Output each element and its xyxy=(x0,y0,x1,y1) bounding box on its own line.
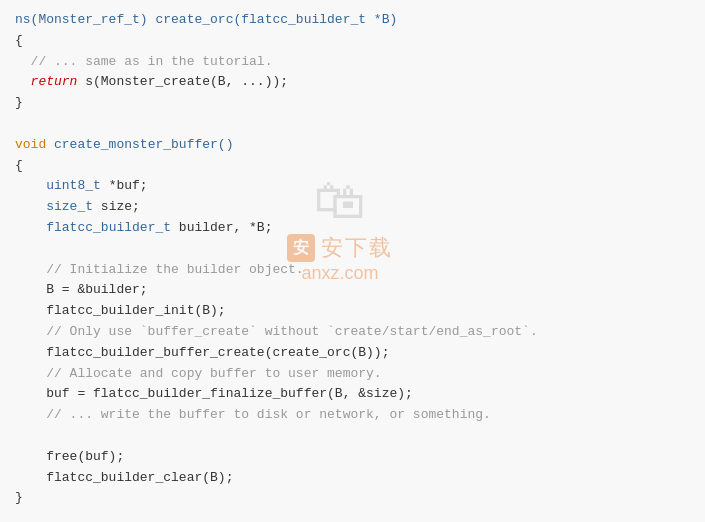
code-text: // ... same as in the tutorial. xyxy=(15,54,272,69)
code-text: flatcc_builder_init(B); xyxy=(15,303,226,318)
code-text: } xyxy=(15,490,23,505)
code-line-13: // Initialize the builder object. xyxy=(15,260,690,281)
code-text: free(buf); xyxy=(15,449,124,464)
code-line-18: // Allocate and copy buffer to user memo… xyxy=(15,364,690,385)
code-text: ns(Monster_ref_t) create_orc(flatcc_buil… xyxy=(15,12,397,27)
code-text: flatcc_builder_t xyxy=(46,220,171,235)
code-text: size; xyxy=(93,199,140,214)
code-text: // Allocate and copy buffer to user memo… xyxy=(15,366,382,381)
code-text: buf = flatcc_builder_finalize_buffer(B, … xyxy=(15,386,413,401)
code-line-6 xyxy=(15,114,690,135)
code-text: builder, *B; xyxy=(171,220,272,235)
code-text: create_monster_buffer() xyxy=(54,137,233,152)
code-text: B = &builder; xyxy=(15,282,148,297)
code-text: flatcc_builder_clear(B); xyxy=(15,470,233,485)
code-line-10: size_t size; xyxy=(15,197,690,218)
code-text: { xyxy=(15,158,23,173)
code-line-8: { xyxy=(15,156,690,177)
code-text: flatcc_builder_buffer_create(create_orc(… xyxy=(15,345,389,360)
code-text xyxy=(15,199,46,214)
code-text: s(Monster_create(B, ...)); xyxy=(85,74,288,89)
code-line-22: free(buf); xyxy=(15,447,690,468)
code-line-12 xyxy=(15,239,690,260)
code-line-4: return s(Monster_create(B, ...)); xyxy=(15,72,690,93)
code-line-14: B = &builder; xyxy=(15,280,690,301)
code-line-5: } xyxy=(15,93,690,114)
code-line-21 xyxy=(15,426,690,447)
code-line-19: buf = flatcc_builder_finalize_buffer(B, … xyxy=(15,384,690,405)
code-text: *buf; xyxy=(101,178,148,193)
code-text: void xyxy=(15,137,54,152)
code-text: { xyxy=(15,33,23,48)
code-line-9: uint8_t *buf; xyxy=(15,176,690,197)
code-text xyxy=(15,178,46,193)
code-line-11: flatcc_builder_t builder, *B; xyxy=(15,218,690,239)
code-line-1: ns(Monster_ref_t) create_orc(flatcc_buil… xyxy=(15,10,690,31)
code-line-15: flatcc_builder_init(B); xyxy=(15,301,690,322)
code-text: // Only use `buffer_create` without `cre… xyxy=(15,324,538,339)
code-text xyxy=(15,220,46,235)
code-text: size_t xyxy=(46,199,93,214)
code-line-23: flatcc_builder_clear(B); xyxy=(15,468,690,489)
code-text: } xyxy=(15,95,23,110)
code-line-20: // ... write the buffer to disk or netwo… xyxy=(15,405,690,426)
code-editor: ns(Monster_ref_t) create_orc(flatcc_buil… xyxy=(0,0,705,522)
code-line-7: void create_monster_buffer() xyxy=(15,135,690,156)
code-text: return xyxy=(15,74,85,89)
code-text: // Initialize the builder object. xyxy=(15,262,304,277)
code-text: uint8_t xyxy=(46,178,101,193)
code-line-3: // ... same as in the tutorial. xyxy=(15,52,690,73)
code-line-2: { xyxy=(15,31,690,52)
code-line-17: flatcc_builder_buffer_create(create_orc(… xyxy=(15,343,690,364)
code-text: // ... write the buffer to disk or netwo… xyxy=(15,407,491,422)
code-line-24: } xyxy=(15,488,690,509)
code-line-16: // Only use `buffer_create` without `cre… xyxy=(15,322,690,343)
